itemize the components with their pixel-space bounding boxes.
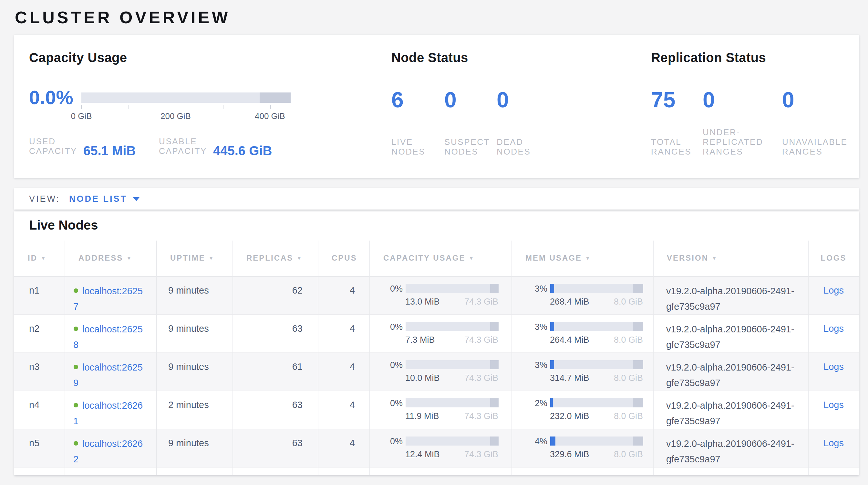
logs-link[interactable]: Logs xyxy=(824,399,844,410)
node-mem-usage-cell: 3% 264.4 MiB8.0 GiB xyxy=(512,314,653,352)
node-version-cell: v19.2.0-alpha.20190606-2491-gfe735c9a97 xyxy=(653,314,808,352)
view-selected-value: NODE LIST xyxy=(69,194,127,204)
used-capacity-value: 65.1 MiB xyxy=(83,144,135,159)
usable-capacity-value: 445.6 GiB xyxy=(213,144,272,159)
logs-link[interactable]: Logs xyxy=(824,361,844,372)
node-capacity-usage-cell: 0% 13.0 MiB74.3 GiB xyxy=(369,276,512,314)
axis-label-200: 200 GiB xyxy=(160,111,191,121)
capacity-usage-bar xyxy=(405,322,498,331)
live-nodes-table: ID▼ ADDRESS▼ UPTIME▼ REPLICAS▼ CPUS CAPA… xyxy=(14,240,859,475)
unavailable-ranges-count: 0 xyxy=(782,88,852,111)
node-live-status-dot xyxy=(73,403,78,407)
column-header-id[interactable]: ID▼ xyxy=(14,240,65,276)
unavailable-ranges-label: UNAVAILABLE RANGES xyxy=(782,137,852,156)
total-ranges-stat: 75 TOTAL RANGES xyxy=(651,88,703,156)
node-address-link[interactable]: localhost:26258 xyxy=(73,324,143,349)
replication-status-title: Replication Status xyxy=(651,51,766,65)
node-replicas-cell: 62 xyxy=(232,276,318,314)
sort-arrow-icon: ▼ xyxy=(469,256,475,262)
node-replicas-cell: 63 xyxy=(232,429,318,467)
suspect-nodes-count: 0 xyxy=(444,88,497,111)
node-uptime-cell: 9 minutes xyxy=(156,429,232,467)
node-id-cell: n5 xyxy=(14,429,65,467)
view-selector-dropdown[interactable]: NODE LIST xyxy=(69,194,140,204)
node-uptime-cell: 2 minutes xyxy=(156,391,232,429)
node-uptime-cell: 9 minutes xyxy=(156,276,232,314)
capacity-meter-reserved-segment xyxy=(259,92,290,103)
column-header-mem-usage[interactable]: MEM USAGE▼ xyxy=(512,240,653,276)
node-replicas-cell: 63 xyxy=(232,314,318,352)
node-logs-cell: Logs xyxy=(808,429,859,467)
node-uptime-cell: 9 minutes xyxy=(156,352,232,391)
node-logs-cell: Logs xyxy=(808,391,859,429)
column-header-cpus: CPUS xyxy=(318,240,369,276)
live-nodes-label: LIVE NODES xyxy=(392,137,429,156)
axis-tick xyxy=(176,105,176,109)
node-address-link[interactable]: localhost:26262 xyxy=(73,438,143,464)
node-address-link[interactable]: localhost:26257 xyxy=(73,286,143,311)
node-live-status-dot xyxy=(73,441,78,445)
view-label: VIEW: xyxy=(29,194,60,204)
node-status-title: Node Status xyxy=(392,51,468,65)
node-address-cell: localhost:26262 xyxy=(65,429,156,467)
node-cpus-cell: 4 xyxy=(318,314,369,352)
sort-arrow-icon: ▼ xyxy=(712,256,718,262)
chevron-down-icon xyxy=(133,197,140,201)
sort-arrow-icon: ▼ xyxy=(126,256,132,262)
column-header-version[interactable]: VERSION▼ xyxy=(653,240,808,276)
node-id-cell: n1 xyxy=(14,276,65,314)
view-bar: VIEW: NODE LIST xyxy=(14,188,859,209)
node-cpus-cell: 4 xyxy=(318,276,369,314)
dead-nodes-count: 0 xyxy=(497,88,558,111)
suspect-nodes-label: SUSPECT NODES xyxy=(444,137,492,156)
logs-link[interactable]: Logs xyxy=(824,323,844,333)
node-replicas-cell: 63 xyxy=(232,391,318,429)
node-mem-usage-cell: 3% 268.4 MiB8.0 GiB xyxy=(512,276,653,314)
node-replicas-cell: 61 xyxy=(232,352,318,391)
capacity-usage-meter: 0 GiB 200 GiB 400 GiB xyxy=(82,92,290,103)
live-nodes-title: Live Nodes xyxy=(29,218,98,233)
column-header-capacity-usage[interactable]: CAPACITY USAGE▼ xyxy=(369,240,512,276)
node-id-cell: n4 xyxy=(14,391,65,429)
node-mem-usage-cell: 4% 329.6 MiB8.0 GiB xyxy=(512,429,653,467)
node-logs-cell: Logs xyxy=(808,352,859,391)
node-address-cell: localhost:26259 xyxy=(65,352,156,391)
mem-usage-bar xyxy=(550,436,643,446)
mem-usage-bar xyxy=(550,284,643,293)
node-live-status-dot xyxy=(73,364,78,369)
column-header-replicas[interactable]: REPLICAS▼ xyxy=(232,240,318,276)
sort-arrow-icon: ▼ xyxy=(297,256,303,262)
node-status-stats: 6 LIVE NODES 0 SUSPECT NODES 0 DEAD NODE… xyxy=(392,88,558,156)
axis-tick xyxy=(82,105,82,109)
mem-usage-bar xyxy=(550,398,643,407)
live-nodes-count: 6 xyxy=(392,88,444,111)
sort-arrow-icon: ▼ xyxy=(209,256,215,262)
mem-usage-bar xyxy=(550,322,643,331)
column-header-address[interactable]: ADDRESS▼ xyxy=(65,240,156,276)
node-uptime-cell: 9 minutes xyxy=(156,314,232,352)
node-mem-usage-cell: 3% 314.7 MiB8.0 GiB xyxy=(512,352,653,391)
replication-status-stats: 75 TOTAL RANGES 0 UNDER-REPLICATED RANGE… xyxy=(651,88,852,156)
node-address-cell: localhost:26258 xyxy=(65,314,156,352)
column-header-uptime[interactable]: UPTIME▼ xyxy=(156,240,232,276)
node-capacity-usage-cell: 0% 12.4 MiB74.3 GiB xyxy=(369,429,512,467)
logs-link[interactable]: Logs xyxy=(824,437,844,448)
capacity-usage-percent: 0.0% xyxy=(29,87,73,109)
capacity-usage-bar xyxy=(405,436,498,446)
node-address-link[interactable]: localhost:26259 xyxy=(73,362,143,388)
node-capacity-usage-cell: 0% 7.3 MiB74.3 GiB xyxy=(369,314,512,352)
under-replicated-ranges-label: UNDER-REPLICATED RANGES xyxy=(703,127,767,156)
under-replicated-ranges-count: 0 xyxy=(703,88,782,111)
sort-arrow-icon: ▼ xyxy=(585,256,591,262)
column-header-logs: LOGS xyxy=(808,240,859,276)
logs-link[interactable]: Logs xyxy=(824,285,844,295)
mem-usage-bar xyxy=(550,360,643,369)
axis-label-400: 400 GiB xyxy=(255,111,285,121)
page-title: CLUSTER OVERVIEW xyxy=(15,8,230,28)
node-logs-cell: Logs xyxy=(808,314,859,352)
usable-capacity: USABLE CAPACITY 445.6 GiB xyxy=(159,137,272,156)
node-capacity-usage-cell: 0% 10.0 MiB74.3 GiB xyxy=(369,352,512,391)
node-address-link[interactable]: localhost:26261 xyxy=(73,400,143,426)
capacity-usage-bar xyxy=(405,284,498,293)
node-address-cell: localhost:26261 xyxy=(65,391,156,429)
